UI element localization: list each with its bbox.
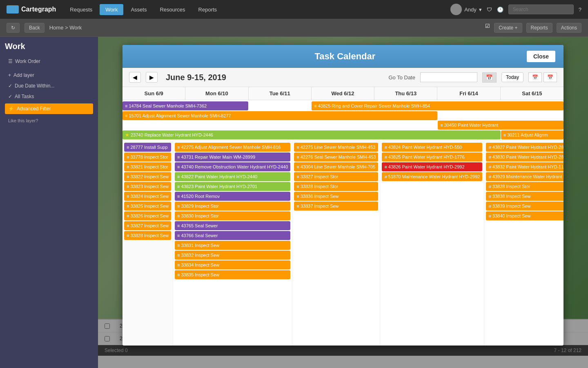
span-15701[interactable]: ≡ 15701 Adjust Alignment Sewer Manhole S… bbox=[122, 111, 437, 120]
task-33836[interactable]: ≡ 33836 Inspect Sew bbox=[294, 192, 378, 201]
task-33821[interactable]: ≡ 33821 Inspect Stor bbox=[124, 162, 171, 171]
task-43731[interactable]: ≡ 43731 Repair Water Main WM-28999 bbox=[175, 153, 290, 162]
task-33825[interactable]: ≡ 33825 Inspect Sew bbox=[124, 202, 171, 211]
logo-icon bbox=[7, 5, 19, 13]
task-33826[interactable]: ≡ 33826 Inspect Sew bbox=[124, 211, 171, 220]
task-15701[interactable]: ≡ 15701 Adjust Alignment Sewer Manhole S… bbox=[122, 111, 437, 120]
task-41520[interactable]: ≡ 41520 Root Remov bbox=[175, 192, 290, 201]
sidebar-item-advanced-filter[interactable]: ⚡ Advanced Filter bbox=[5, 103, 93, 114]
task-42276[interactable]: ≡ 42276 Seal Sewer Manhole SMH-453 bbox=[294, 153, 378, 162]
task-43826-paint[interactable]: ≡ 43826 Paint Water Hydrant HYD-2992 bbox=[382, 162, 482, 171]
task-43824-paint[interactable]: ≡ 43824 Paint Water Hydrant HYD-550 bbox=[382, 143, 482, 152]
task-43825-ring[interactable]: ≡ 43825 Ring and Cover Repair Sewer Manh… bbox=[312, 101, 564, 110]
task-43827[interactable]: ≡ 43827 Paint Water Hydrant HYD-2888 bbox=[486, 143, 564, 152]
task-33828[interactable]: ≡ 33828 Inspect Sew bbox=[124, 231, 171, 240]
day-col-mon: ≡ 42275 Adjust Alignment Sewer Manhole S… bbox=[173, 141, 292, 346]
actions-button[interactable]: Actions bbox=[557, 23, 581, 33]
spanning-events: ≡ 14784 Seal Sewer Manhole SMH-7362 ≡ 43… bbox=[122, 100, 564, 141]
lightning-icon: ⚡ bbox=[8, 106, 14, 112]
span-30211[interactable]: ≡ 30211 Adjust Alignm bbox=[501, 130, 564, 139]
task-33840[interactable]: ≡ 33840 Inspect Sew bbox=[486, 211, 564, 220]
li43: ≡ bbox=[488, 212, 491, 220]
task-33828-stor2[interactable]: ≡ 33828 Inspect Stor bbox=[486, 182, 564, 191]
li13: ≡ bbox=[177, 163, 180, 171]
span-23740[interactable]: ★ 23740 Replace Water Hydrant HYD-2446 bbox=[122, 130, 501, 139]
task-23740[interactable]: ★ 23740 Replace Water Hydrant HYD-2446 bbox=[122, 130, 501, 139]
task-33827-stor[interactable]: ≡ 33827 Inspect Stor bbox=[294, 172, 378, 181]
help-icon[interactable]: ? bbox=[579, 7, 581, 13]
top-nav: Cartegraph Requests Work Assets Resource… bbox=[0, 0, 588, 19]
date-input[interactable] bbox=[420, 72, 477, 82]
calendar-icon-button[interactable]: 📅 bbox=[482, 72, 497, 83]
nav-resources[interactable]: Resources bbox=[154, 4, 191, 15]
li17: ≡ bbox=[177, 202, 180, 210]
task-30211[interactable]: ≡ 30211 Adjust Alignm bbox=[501, 130, 564, 139]
add-layer-icon: + bbox=[8, 72, 11, 78]
sidebar-section: ☰ Work Order bbox=[5, 56, 93, 67]
task-30450[interactable]: ≡ 30450 Paint Water Hydrant bbox=[438, 121, 564, 130]
lines-icon4: ≡ bbox=[440, 121, 443, 129]
task-33834[interactable]: ≡ 33834 Inspect Sew bbox=[175, 260, 290, 269]
task-33835[interactable]: ≡ 33835 Inspect Sew bbox=[175, 270, 290, 279]
nav-assets[interactable]: Assets bbox=[125, 4, 152, 15]
prev-button[interactable]: ◀ bbox=[129, 72, 141, 83]
task-28777[interactable]: ≡ 28777 Install Supp bbox=[124, 143, 171, 152]
task-43004[interactable]: ≡ 43004 Line Sewer Manhole SMH-705 bbox=[294, 162, 378, 171]
task-51870[interactable]: ≡ 51870 Maintenance Water Hydrant HYD-29… bbox=[382, 172, 482, 181]
span-14784[interactable]: ≡ 14784 Seal Sewer Manhole SMH-7362 bbox=[122, 101, 248, 110]
sidebar-item-all-tasks[interactable]: ✓ All Tasks bbox=[5, 91, 93, 102]
reports-button[interactable]: Reports bbox=[526, 23, 552, 33]
nav-requests[interactable]: Requests bbox=[64, 4, 98, 15]
search-input[interactable] bbox=[508, 4, 574, 14]
task-42275-line[interactable]: ≡ 42275 Line Sewer Manhole SMH-453 bbox=[294, 143, 378, 152]
create-button[interactable]: Create + bbox=[494, 23, 522, 33]
month-view-button[interactable]: 📅 bbox=[543, 72, 557, 82]
li9: ≡ bbox=[127, 222, 129, 229]
task-33832[interactable]: ≡ 33832 Inspect Sew bbox=[175, 251, 290, 260]
sidebar-item-add-layer[interactable]: + Add layer bbox=[5, 70, 93, 81]
next-button[interactable]: ▶ bbox=[146, 72, 158, 83]
task-33830[interactable]: ≡ 33830 Inspect Stor bbox=[175, 211, 290, 220]
user-dropdown-icon[interactable]: ▾ bbox=[479, 7, 482, 13]
back-button[interactable]: Back bbox=[24, 23, 45, 33]
task-33827[interactable]: ≡ 33827 Inspect Sew bbox=[124, 221, 171, 230]
user-name: Andy bbox=[464, 7, 477, 13]
task-43832[interactable]: ≡ 43832 Paint Water Hydrant HYD-1187 bbox=[486, 162, 564, 171]
task-43822[interactable]: ≡ 43822 Paint Water Hydrant HYD-2440 bbox=[175, 172, 290, 181]
sidebar-item-work-order[interactable]: ☰ Work Order bbox=[5, 56, 93, 67]
task-43766[interactable]: ≡ 43766 Seal Sewer bbox=[175, 231, 290, 240]
li37: ≡ bbox=[488, 153, 491, 161]
task-33829[interactable]: ≡ 33829 Inspect Stor bbox=[175, 202, 290, 211]
week-view-button[interactable]: 📅 bbox=[528, 72, 542, 82]
span-30450[interactable]: ≡ 30450 Paint Water Hydrant bbox=[438, 121, 564, 130]
task-33839[interactable]: ≡ 33839 Inspect Sew bbox=[486, 202, 564, 211]
task-33837[interactable]: ≡ 33837 Inspect Sew bbox=[294, 202, 378, 211]
task-43830[interactable]: ≡ 43830 Paint Water Hydrant HYD-2890 bbox=[486, 153, 564, 162]
today-button[interactable]: Today bbox=[501, 72, 523, 82]
task-14784[interactable]: ≡ 14784 Seal Sewer Manhole SMH-7362 bbox=[122, 101, 248, 110]
li2: ≡ bbox=[127, 153, 129, 161]
li16: ≡ bbox=[177, 193, 180, 200]
refresh-button[interactable]: ↻ bbox=[7, 23, 20, 33]
task-33822[interactable]: ≡ 33822 Inspect Sew bbox=[124, 172, 171, 181]
view-buttons: 📅 📅 bbox=[528, 72, 557, 82]
task-33828-stor[interactable]: ≡ 33828 Inspect Stor bbox=[294, 182, 378, 191]
li7: ≡ bbox=[127, 202, 129, 210]
task-43740[interactable]: ≡ 43740 Remove Obstruction Water Hydrant… bbox=[175, 162, 290, 171]
task-43929[interactable]: ≡ 43929 Maintenance Water Hydrant HYD-11… bbox=[486, 172, 564, 181]
task-33831[interactable]: ≡ 33831 Inspect Sew bbox=[175, 241, 290, 250]
nav-work[interactable]: Work bbox=[100, 4, 123, 15]
task-43765[interactable]: ≡ 43765 Seal Sewer bbox=[175, 221, 290, 230]
task-43823[interactable]: ≡ 43823 Paint Water Hydrant HYD-2701 bbox=[175, 182, 290, 191]
sidebar-item-due-date[interactable]: ✓ Due Date Within... bbox=[5, 81, 93, 91]
task-43825-paint[interactable]: ≡ 43825 Paint Water Hydrant HYD-1776 bbox=[382, 153, 482, 162]
span-43825-ring[interactable]: ≡ 43825 Ring and Cover Repair Sewer Manh… bbox=[312, 101, 564, 110]
task-33778[interactable]: ≡ 33778 Inspect Stor bbox=[124, 153, 171, 162]
nav-reports[interactable]: Reports bbox=[193, 4, 223, 15]
task-33823[interactable]: ≡ 33823 Inspect Sew bbox=[124, 182, 171, 191]
task-42275-adj[interactable]: ≡ 42275 Adjust Alignment Sewer Manhole S… bbox=[175, 143, 290, 152]
close-button[interactable]: Close bbox=[527, 51, 555, 62]
task-33838[interactable]: ≡ 33838 Inspect Sew bbox=[486, 192, 564, 201]
task-33824[interactable]: ≡ 33824 Inspect Sew bbox=[124, 192, 171, 201]
lines-icon: ≡ bbox=[125, 102, 127, 110]
